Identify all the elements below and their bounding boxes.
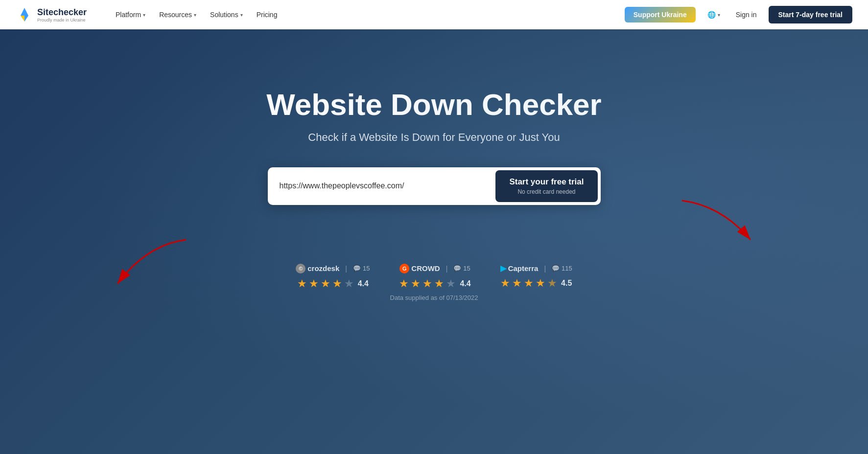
- g2crowd-review-count: 💬 15: [453, 265, 470, 272]
- capterra-stars: ★ ★ ★ ★ ★ 4.5: [500, 277, 572, 290]
- capterra-rating: ▶ Capterra | 💬 115 ★ ★ ★ ★ ★ 4.5: [500, 264, 572, 290]
- language-selector[interactable]: 🌐 ▾: [704, 8, 724, 22]
- crozdesk-score: 4.4: [358, 279, 369, 288]
- g2crowd-rating: G CROWD | 💬 15 ★ ★ ★ ★ ★ 4.4: [399, 264, 470, 290]
- url-search-input[interactable]: [268, 172, 493, 200]
- logo-icon: [16, 6, 33, 23]
- start-trial-button[interactable]: Start 7-day free trial: [769, 6, 853, 23]
- crozdesk-stars: ★ ★ ★ ★ ★ 4.4: [297, 277, 369, 290]
- chevron-down-icon: ▾: [143, 12, 145, 18]
- ratings-section: © crozdesk | 💬 15 ★ ★ ★ ★ ★ 4.4: [296, 264, 572, 290]
- logo-tagline: Proudly made in Ukraine: [37, 18, 87, 23]
- cta-main-label: Start your free trial: [509, 177, 584, 187]
- g2crowd-logo: G CROWD: [399, 264, 440, 273]
- globe-icon: 🌐: [707, 11, 716, 19]
- cta-sub-label: No credit card needed: [509, 188, 584, 195]
- chevron-down-icon: ▾: [718, 12, 720, 18]
- crozdesk-review-count: 💬 15: [353, 265, 370, 272]
- logo[interactable]: Sitechecker Proudly made in Ukraine: [16, 6, 94, 23]
- crozdesk-logo: © crozdesk: [296, 264, 339, 273]
- search-box: Start your free trial No credit card nee…: [268, 167, 601, 204]
- capterra-review-count: 💬 115: [552, 265, 572, 272]
- capterra-logo: ▶ Capterra: [500, 264, 539, 273]
- data-supplied-note: Data supplied as of 07/13/2022: [390, 294, 478, 301]
- crozdesk-rating: © crozdesk | 💬 15 ★ ★ ★ ★ ★ 4.4: [296, 264, 370, 290]
- right-arrow-indicator: [672, 196, 770, 264]
- navbar: Sitechecker Proudly made in Ukraine Plat…: [0, 0, 868, 29]
- g2crowd-score: 4.4: [460, 279, 470, 288]
- nav-platform[interactable]: Platform ▾: [110, 7, 151, 23]
- nav-resources[interactable]: Resources ▾: [153, 7, 202, 23]
- left-arrow-indicator: [98, 235, 196, 294]
- capterra-score: 4.5: [561, 279, 572, 288]
- g2crowd-stars: ★ ★ ★ ★ ★ 4.4: [399, 277, 470, 290]
- logo-name: Sitechecker: [37, 7, 87, 18]
- support-ukraine-button[interactable]: Support Ukraine: [625, 7, 696, 23]
- chevron-down-icon: ▾: [194, 12, 196, 18]
- nav-pricing[interactable]: Pricing: [251, 7, 283, 23]
- hero-section: Website Down Checker Check if a Website …: [0, 29, 868, 454]
- hero-subtitle: Check if a Website Is Down for Everyone …: [308, 131, 560, 144]
- hero-title: Website Down Checker: [266, 88, 601, 121]
- nav-right: Support Ukraine 🌐 ▾ Sign in Start 7-day …: [625, 6, 852, 23]
- start-trial-cta-button[interactable]: Start your free trial No credit card nee…: [495, 170, 597, 202]
- chevron-down-icon: ▾: [240, 12, 243, 18]
- nav-solutions[interactable]: Solutions ▾: [204, 7, 249, 23]
- signin-button[interactable]: Sign in: [732, 8, 761, 22]
- nav-links: Platform ▾ Resources ▾ Solutions ▾ Prici…: [110, 7, 609, 23]
